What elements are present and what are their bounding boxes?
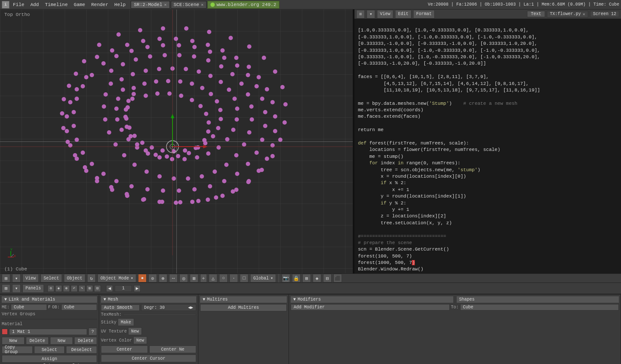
page-prev[interactable]: ◀ xyxy=(106,285,113,292)
view-btn[interactable]: View xyxy=(22,274,39,282)
add-modifier-btn[interactable]: Add Modifier xyxy=(291,304,450,311)
panels-layout-icon[interactable]: ⊞ xyxy=(2,284,10,293)
page-next[interactable]: ▶ xyxy=(134,285,141,292)
object-btn[interactable]: Object xyxy=(64,274,85,282)
code-down-icon[interactable]: ▾ xyxy=(367,10,375,19)
snap-icon[interactable]: ⊙ xyxy=(148,274,157,282)
panel-icon6[interactable]: ⊞ xyxy=(86,285,93,292)
knife-icon[interactable]: △ xyxy=(209,274,217,282)
panel-icon1[interactable]: ⊙ xyxy=(47,285,54,292)
sticky-make-btn[interactable]: Make xyxy=(118,318,134,326)
transform-icon[interactable]: ↔ xyxy=(169,274,178,282)
center-cursor-btn[interactable]: Center Cursor xyxy=(101,355,196,362)
mat-question-btn[interactable]: ? xyxy=(88,328,97,336)
code-editor[interactable]: [1.0,0.333333,0.0], [1.0,-0.333333,0.0],… xyxy=(354,19,621,273)
menu-game[interactable]: Game xyxy=(71,1,88,8)
render-icon[interactable]: ⬛ xyxy=(333,274,342,282)
panel-icon4[interactable]: ↶ xyxy=(71,285,78,292)
center-btn[interactable]: Center xyxy=(101,345,148,353)
uv-new-btn[interactable]: New xyxy=(128,327,142,335)
menu-render[interactable]: Render xyxy=(88,1,111,8)
tab-sr2model[interactable]: SR:2-Model ✕ xyxy=(131,1,169,9)
vg-delete-btn[interactable]: Delete xyxy=(26,337,49,345)
link-materials-header[interactable]: ▼ Link and Materials xyxy=(2,296,97,303)
to-field[interactable]: Cube xyxy=(460,304,619,311)
mode-icon[interactable]: ↻ xyxy=(87,274,96,282)
dot-icon[interactable]: · xyxy=(229,274,238,282)
me-field[interactable]: Cube xyxy=(11,304,47,311)
svg-point-47 xyxy=(235,63,239,68)
svg-point-84 xyxy=(239,82,244,86)
mesh-header[interactable]: ▼ Mesh xyxy=(101,296,196,303)
circle-icon[interactable]: ○ xyxy=(219,274,228,282)
mesh-icon[interactable]: ● xyxy=(138,274,147,282)
mat-delete-btn[interactable]: Delete xyxy=(74,337,97,345)
svg-point-192 xyxy=(60,111,64,116)
tab-scene[interactable]: SCE:Scene ✕ xyxy=(171,1,207,9)
code-view-btn[interactable]: View xyxy=(377,10,393,19)
global-select[interactable]: Global ▾ xyxy=(250,274,276,282)
vg-new-btn[interactable]: New xyxy=(2,337,25,345)
tab-scene-close[interactable]: ✕ xyxy=(201,2,204,7)
select-btn2[interactable]: Select xyxy=(34,346,65,354)
panel-icon7[interactable]: ⊟ xyxy=(94,285,101,292)
panel-icon3[interactable]: ⊕ xyxy=(63,285,70,292)
close-file-icon[interactable]: ✕ xyxy=(583,12,585,17)
scale-icon[interactable]: ⊠ xyxy=(190,274,198,282)
mat-name-field[interactable]: 1 Mat 1 xyxy=(9,329,87,335)
magnet-icon[interactable]: ⊕ xyxy=(159,274,167,282)
center-ne-btn[interactable]: Center Ne xyxy=(149,345,196,353)
tab-strip: SR:2-Model ✕ SCE:Scene ✕ www.blender.org… xyxy=(131,1,279,9)
panels-arrow-icon[interactable]: ▾ xyxy=(12,284,21,293)
panels-btn[interactable]: Panels xyxy=(22,284,44,293)
mat-new-btn[interactable]: New xyxy=(50,337,73,345)
text-btn[interactable]: Text xyxy=(527,11,545,17)
menu-add[interactable]: Add xyxy=(28,1,41,8)
viewport-3d[interactable]: Top Ortho // We'll draw this with inline… xyxy=(0,9,354,273)
camera-icon[interactable]: 📷 xyxy=(282,274,290,282)
cursor-tool[interactable]: ✛ xyxy=(200,274,207,282)
degr-field[interactable]: Degr: 30 ◀▶ xyxy=(141,304,196,311)
toolbar-layout-icon[interactable]: ⊞ xyxy=(2,274,10,282)
tab-blenderorg[interactable]: www.blender.org 249.2 xyxy=(207,1,279,9)
screen-selector[interactable]: Screen 12 xyxy=(590,11,619,17)
menu-timeline[interactable]: Timeline xyxy=(42,1,70,8)
layers-icon[interactable]: ⊟ xyxy=(323,274,332,282)
mode-select[interactable]: Object Mode ▾ xyxy=(97,274,136,282)
add-multires-btn[interactable]: Add Multires xyxy=(200,304,287,311)
texmesh-field[interactable] xyxy=(123,314,196,316)
code-editor-icon[interactable]: ≡ xyxy=(356,10,365,19)
assign-btn[interactable]: Assign xyxy=(2,355,97,363)
tab-sr2model-close[interactable]: ✕ xyxy=(164,2,166,7)
svg-point-8 xyxy=(220,48,225,53)
page-number[interactable]: 1 xyxy=(115,285,132,292)
code-edit-btn[interactable]: Edit xyxy=(395,10,411,19)
svg-point-83 xyxy=(230,72,235,76)
vc-new-btn[interactable]: New xyxy=(133,336,147,344)
copy-group-btn[interactable]: Copy Group xyxy=(2,346,33,354)
code-format-btn[interactable]: Format xyxy=(413,10,435,19)
svg-point-59 xyxy=(192,187,197,191)
select-btn[interactable]: Select xyxy=(41,274,62,282)
svg-point-9 xyxy=(234,56,238,60)
rotate-icon[interactable]: ◎ xyxy=(179,274,188,282)
modifiers-header[interactable]: ▼ Modifiers xyxy=(291,296,453,303)
view-icon2[interactable]: ◈ xyxy=(313,274,321,282)
menu-file[interactable]: File xyxy=(10,1,27,8)
menu-help[interactable]: Help xyxy=(112,1,128,8)
lock-icon[interactable]: 🔒 xyxy=(292,274,301,282)
auto-smooth-btn[interactable]: Auto Smooth xyxy=(101,304,140,311)
shapes-header[interactable]: Shapes xyxy=(457,296,619,303)
to-label: To: xyxy=(451,305,459,310)
panel-icon2[interactable]: ◈ xyxy=(55,285,62,292)
deselect-btn[interactable]: Deselect xyxy=(66,346,97,354)
file-selector[interactable]: TX:flower.py ✕ xyxy=(547,11,588,18)
multires-header[interactable]: ▼ Multires xyxy=(200,296,287,303)
vertex-groups-list[interactable] xyxy=(2,319,97,320)
rect-icon[interactable]: □ xyxy=(240,274,248,282)
panel-icon5[interactable]: ↷ xyxy=(78,285,85,292)
grid-icon[interactable]: ⊞ xyxy=(302,274,311,282)
toolbar-arrow-icon[interactable]: ▾ xyxy=(12,274,21,282)
svg-point-5 xyxy=(174,37,178,41)
db-field[interactable]: Cube xyxy=(61,304,97,311)
